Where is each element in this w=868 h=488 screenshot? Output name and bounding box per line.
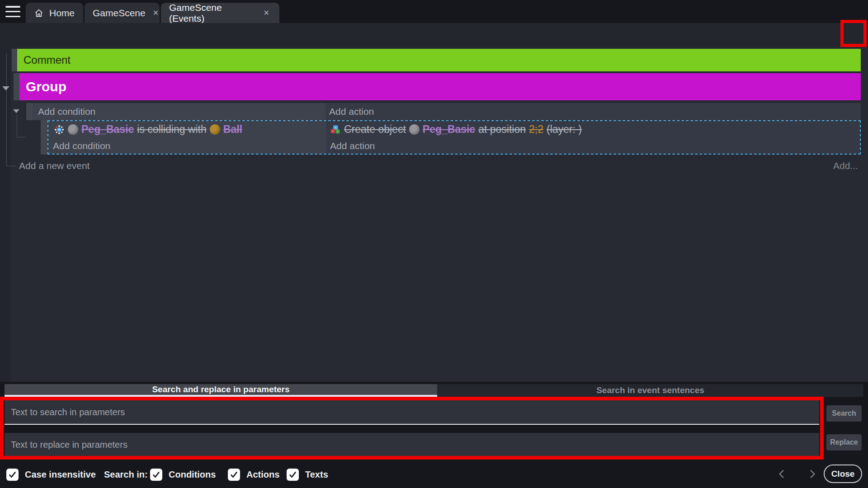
event-row[interactable]: Add condition Add action xyxy=(33,103,861,120)
object-icon-peg-basic xyxy=(68,124,78,135)
event-drag-handle[interactable] xyxy=(12,49,17,71)
condition-object1: Peg_Basic xyxy=(81,123,134,136)
search-options-bar: Case insensitive Search in: Conditions A… xyxy=(0,461,868,488)
texts-checkbox[interactable] xyxy=(287,469,299,481)
add-action-button[interactable]: Add action xyxy=(326,138,860,154)
conditions-label: Conditions xyxy=(169,469,216,480)
home-icon xyxy=(34,8,44,18)
replace-button[interactable]: Replace xyxy=(826,434,862,450)
actions-column: Create object Peg_Basic at position 2;2 … xyxy=(326,121,860,154)
tab-search-event-sentences[interactable]: Search in event sentences xyxy=(437,384,863,397)
group-text: Group xyxy=(26,79,66,94)
actions-checkbox[interactable] xyxy=(228,469,240,481)
actions-label: Actions xyxy=(246,469,279,480)
add-condition-button[interactable]: Add condition xyxy=(33,103,326,120)
object-icon-peg-basic xyxy=(409,124,420,135)
selected-subevent[interactable]: Peg_Basic is colliding with Ball Add con… xyxy=(47,120,861,155)
tree-line xyxy=(17,114,17,137)
add-more-button[interactable]: Add... xyxy=(833,160,858,171)
group-expander-icon[interactable] xyxy=(2,86,9,90)
case-insensitive-checkbox[interactable] xyxy=(6,469,19,481)
event-expander-icon[interactable] xyxy=(13,109,19,113)
search-in-label: Search in: xyxy=(104,469,148,480)
search-button[interactable]: Search xyxy=(826,405,862,422)
main-menu-icon[interactable] xyxy=(5,6,20,17)
previous-result-icon[interactable] xyxy=(776,468,788,480)
tab-gamescene[interactable]: GameScene ✕ xyxy=(85,3,160,23)
tree-line xyxy=(6,53,7,166)
add-new-event-button[interactable]: Add a new event xyxy=(19,160,90,171)
action-param-position: 2;2 xyxy=(529,123,543,136)
tab-bar: Home GameScene ✕ GameScene (Events) ✕ xyxy=(0,0,868,23)
action-text: Create object xyxy=(344,123,406,136)
object-icon-ball xyxy=(210,124,220,135)
replace-text-input[interactable] xyxy=(5,433,819,457)
condition-text: is colliding with xyxy=(137,123,206,136)
tab-label: GameScene xyxy=(93,8,146,19)
tab-label: GameScene (Events) xyxy=(169,2,256,24)
search-text-input[interactable] xyxy=(5,400,819,425)
tree-line xyxy=(6,166,16,166)
collision-condition-icon xyxy=(54,124,65,135)
gdevelop-window: Home GameScene ✕ GameScene (Events) ✕ Pr… xyxy=(0,0,868,488)
tab-label: Home xyxy=(49,8,75,19)
events-sheet: Comment Group Add condition Add action P… xyxy=(0,47,868,382)
tab-home[interactable]: Home xyxy=(26,3,83,23)
group-event[interactable]: Group xyxy=(19,73,861,100)
event-drag-handle[interactable] xyxy=(14,73,19,100)
texts-label: Texts xyxy=(305,469,328,480)
event-drag-handle[interactable] xyxy=(41,120,47,155)
search-panel: Search and replace in parameters Search … xyxy=(0,382,868,461)
condition-sentence[interactable]: Peg_Basic is colliding with Ball xyxy=(48,121,326,138)
next-result-icon[interactable] xyxy=(807,468,818,480)
condition-object2: Ball xyxy=(223,123,242,136)
events-left-rail xyxy=(0,47,11,382)
close-tab-icon[interactable]: ✕ xyxy=(262,8,271,18)
tree-line xyxy=(17,137,26,137)
action-object: Peg_Basic xyxy=(423,123,475,136)
action-text: (layer: ) xyxy=(547,123,582,136)
add-condition-button[interactable]: Add condition xyxy=(48,138,326,154)
close-button[interactable]: Close xyxy=(824,465,862,483)
tab-gamescene-events[interactable]: GameScene (Events) ✕ xyxy=(161,3,279,23)
create-object-action-icon xyxy=(330,124,341,135)
conditions-column: Peg_Basic is colliding with Ball Add con… xyxy=(48,121,326,154)
comment-event[interactable]: Comment xyxy=(17,49,861,71)
action-text: at position xyxy=(478,123,526,136)
action-sentence[interactable]: Create object Peg_Basic at position 2;2 … xyxy=(326,121,860,138)
conditions-checkbox[interactable] xyxy=(150,469,162,481)
close-tab-icon[interactable]: ✕ xyxy=(151,8,160,18)
tab-search-replace-parameters[interactable]: Search and replace in parameters xyxy=(5,384,437,397)
comment-text: Comment xyxy=(24,54,71,66)
event-drag-handle[interactable] xyxy=(26,103,33,120)
events-toolbar: Preview Publish xyxy=(0,23,868,47)
add-action-button[interactable]: Add action xyxy=(326,103,861,120)
case-insensitive-label: Case insensitive xyxy=(25,469,96,480)
